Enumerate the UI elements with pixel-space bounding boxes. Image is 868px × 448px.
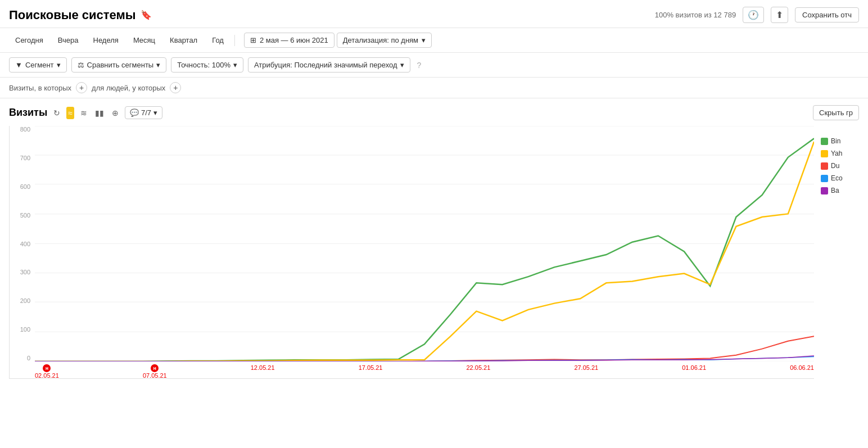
compare-label: Сравнить сегменты	[87, 61, 154, 69]
chevron-down-icon: ▾	[156, 61, 160, 69]
chart-title: Визиты	[9, 107, 47, 119]
y-label-100: 100	[20, 326, 30, 333]
scatter-chart-button[interactable]: ⊕	[110, 107, 120, 119]
legend-color-yah	[821, 150, 828, 157]
period-yesterday[interactable]: Вчера	[52, 33, 85, 48]
metrics-bubble-icon: 💬	[130, 108, 139, 117]
legend-item-du: Du	[821, 162, 859, 170]
legend-color-bin	[821, 138, 828, 145]
detail-label: Детализация: по дням	[343, 36, 418, 44]
metrics-count-label: 7/7	[141, 108, 151, 117]
accuracy-label: Точность: 100%	[177, 61, 230, 69]
compare-icon: ⚖	[78, 61, 84, 69]
x-label-2: 12.05.21	[251, 364, 275, 371]
people-text: для людей, у которых	[92, 84, 165, 92]
chart-area: 800 700 600 500 400 300 200 100 0	[9, 126, 814, 379]
metrics-count-button[interactable]: 💬 7/7 ▾	[125, 106, 162, 119]
page-header: Поисковые системы 🔖 100% визитов из 12 7…	[0, 0, 868, 28]
legend-item-eco: Eco	[821, 174, 859, 182]
attribution-button[interactable]: Атрибуция: Последний значимый переход ▾	[248, 57, 410, 73]
chevron-down-icon: ▾	[57, 61, 61, 69]
x-label-3: 17.05.21	[359, 364, 383, 371]
legend-color-ba	[821, 187, 828, 194]
refresh-chart-button[interactable]: ↻	[52, 107, 62, 119]
attribution-label: Атрибуция: Последний значимый переход	[254, 61, 397, 69]
segment-label: Сегмент	[25, 61, 54, 69]
period-toolbar: Сегодня Вчера Неделя Месяц Квартал Год ⊞…	[0, 28, 868, 53]
y-label-200: 200	[20, 297, 30, 304]
legend-item-ba: Ba	[821, 187, 859, 194]
y-label-300: 300	[20, 269, 30, 275]
share-icon-button[interactable]: ⬆	[771, 7, 788, 23]
page-title: Поисковые системы	[9, 8, 136, 22]
chevron-down-icon: ▾	[422, 36, 426, 44]
visits-count: 100% визитов из 12 789	[655, 11, 736, 19]
visits-text: Визиты, в которых	[9, 84, 71, 92]
accuracy-button[interactable]: Точность: 100% ▾	[171, 57, 243, 73]
legend-label-ba: Ba	[831, 187, 839, 194]
annotation-dot-0: н	[43, 364, 51, 372]
hide-chart-button[interactable]: Скрыть гр	[813, 105, 859, 120]
filter-row: Визиты, в которых + для людей, у которых…	[0, 78, 868, 98]
line-chart-button[interactable]: ≈	[66, 107, 74, 119]
x-label-0: н02.05.21	[35, 364, 59, 379]
legend-item-yah: Yah	[821, 150, 859, 157]
x-label-4: 22.05.21	[467, 364, 491, 371]
period-today[interactable]: Сегодня	[9, 33, 49, 48]
period-year[interactable]: Год	[206, 33, 230, 48]
legend-color-eco	[821, 175, 828, 182]
x-axis: н02.05.21 н07.05.21 12.05.21 17.05.21 22…	[35, 361, 814, 378]
y-label-700: 700	[20, 155, 30, 161]
clock-icon-button[interactable]: 🕐	[743, 7, 764, 23]
segment-button[interactable]: ▼ Сегмент ▾	[9, 57, 67, 73]
x-label-1: н07.05.21	[143, 364, 167, 379]
chart-section: Визиты ↻ ≈ ≋ ▮▮ ⊕ 💬 7/7 ▾ Скрыть гр 800 …	[0, 98, 868, 386]
y-label-800: 800	[20, 126, 30, 133]
y-label-600: 600	[20, 183, 30, 190]
legend-label-du: Du	[831, 162, 839, 170]
chart-container: 800 700 600 500 400 300 200 100 0	[9, 126, 859, 379]
help-icon[interactable]: ?	[417, 61, 422, 70]
smooth-chart-button[interactable]: ≋	[79, 107, 89, 119]
legend-label-eco: Eco	[831, 174, 843, 182]
header-left: Поисковые системы 🔖	[9, 8, 152, 22]
x-label-6: 01.06.21	[682, 364, 706, 371]
chart-header: Визиты ↻ ≈ ≋ ▮▮ ⊕ 💬 7/7 ▾ Скрыть гр	[9, 105, 859, 120]
legend-color-du	[821, 162, 828, 170]
period-quarter[interactable]: Квартал	[164, 33, 204, 48]
chevron-down-icon: ▾	[153, 108, 157, 117]
period-week[interactable]: Неделя	[87, 33, 125, 48]
x-label-5: 27.05.21	[574, 364, 598, 371]
add-visit-filter-button[interactable]: +	[76, 82, 87, 93]
chevron-down-icon: ▾	[233, 61, 237, 69]
y-label-0: 0	[27, 355, 30, 361]
save-button[interactable]: Сохранить отч	[795, 7, 859, 22]
date-range-label: 2 мая — 6 июн 2021	[260, 36, 328, 44]
compare-segments-button[interactable]: ⚖ Сравнить сегменты ▾	[71, 57, 167, 73]
filter-toolbar: ▼ Сегмент ▾ ⚖ Сравнить сегменты ▾ Точнос…	[0, 53, 868, 78]
chart-title-row: Визиты ↻ ≈ ≋ ▮▮ ⊕ 💬 7/7 ▾	[9, 106, 162, 119]
detail-button[interactable]: Детализация: по дням ▾	[337, 33, 432, 48]
legend-label-bin: Bin	[831, 137, 840, 145]
chart-grid	[35, 126, 814, 361]
y-axis: 800 700 600 500 400 300 200 100 0	[10, 126, 35, 361]
period-month[interactable]: Месяц	[127, 33, 161, 48]
chevron-down-icon: ▾	[400, 61, 404, 69]
legend-label-yah: Yah	[831, 150, 842, 157]
date-range-button[interactable]: ⊞ 2 мая — 6 июн 2021	[244, 33, 334, 48]
header-right: 100% визитов из 12 789 🕐 ⬆ Сохранить отч	[655, 7, 859, 23]
toolbar-separator	[234, 35, 235, 46]
y-label-500: 500	[20, 212, 30, 219]
add-people-filter-button[interactable]: +	[170, 82, 181, 93]
calendar-icon: ⊞	[250, 36, 256, 44]
annotation-dot-1: н	[151, 364, 159, 372]
bookmark-icon[interactable]: 🔖	[141, 10, 152, 20]
y-label-400: 400	[20, 241, 30, 247]
filter-icon: ▼	[15, 61, 22, 69]
legend-item-bin: Bin	[821, 137, 859, 145]
chart-legend: Bin Yah Du Eco Ba	[814, 126, 859, 379]
bar-chart-button[interactable]: ▮▮	[93, 107, 106, 119]
x-label-7: 06.06.21	[790, 364, 814, 371]
